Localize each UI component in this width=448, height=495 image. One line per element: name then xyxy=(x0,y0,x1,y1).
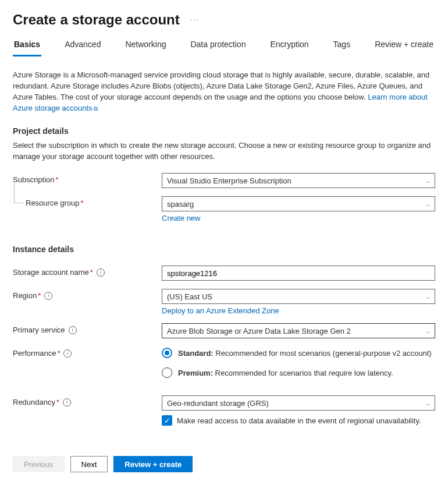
storage-name-input[interactable] xyxy=(162,266,435,281)
info-icon[interactable]: i xyxy=(44,292,52,300)
storage-name-label: Storage account name xyxy=(13,268,89,277)
external-link-icon: ⧉ xyxy=(94,105,98,112)
checkbox-label: Make read access to data available in th… xyxy=(177,416,421,425)
checkmark-icon: ✓ xyxy=(164,416,170,425)
footer-bar: Previous Next Review + create xyxy=(13,449,435,480)
tab-bar: Basics Advanced Networking Data protecti… xyxy=(13,40,435,57)
chevron-down-icon: ⌵ xyxy=(426,294,430,300)
required-indicator: * xyxy=(90,268,93,277)
subscription-label: Subscription xyxy=(13,175,55,184)
required-indicator: * xyxy=(56,175,59,184)
intro-text: Azure Storage is a Microsoft-managed ser… xyxy=(13,70,435,114)
region-label: Region xyxy=(13,291,37,300)
primary-service-label: Primary service xyxy=(13,326,65,334)
tab-data-protection[interactable]: Data protection xyxy=(189,40,247,56)
previous-button: Previous xyxy=(13,456,65,472)
performance-premium-radio[interactable]: Premium: Recommended for scenarios that … xyxy=(162,367,435,378)
resource-group-label: Resource group xyxy=(26,199,80,207)
required-indicator: * xyxy=(81,199,84,207)
chevron-down-icon: ⌵ xyxy=(426,328,430,334)
required-indicator: * xyxy=(57,349,60,358)
tab-advanced[interactable]: Advanced xyxy=(63,40,102,56)
required-indicator: * xyxy=(38,291,41,300)
more-actions-button[interactable]: ··· xyxy=(190,16,200,24)
page-title: Create a storage account xyxy=(13,12,180,28)
read-access-checkbox[interactable]: ✓ xyxy=(162,415,172,426)
chevron-down-icon: ⌵ xyxy=(426,400,430,406)
info-icon[interactable]: i xyxy=(63,349,72,358)
performance-standard-radio[interactable]: Standard: Recommended for most scenarios… xyxy=(162,348,435,358)
info-icon[interactable]: i xyxy=(69,326,77,334)
create-new-link[interactable]: Create new xyxy=(162,214,200,222)
region-dropdown[interactable]: (US) East US ⌵ xyxy=(162,289,435,304)
redundancy-dropdown[interactable]: Geo-redundant storage (GRS) ⌵ xyxy=(162,395,435,411)
tab-encryption[interactable]: Encryption xyxy=(269,40,310,56)
radio-label: Premium: Recommended for scenarios that … xyxy=(178,369,393,377)
chevron-down-icon: ⌵ xyxy=(426,201,430,207)
primary-service-dropdown[interactable]: Azure Blob Storage or Azure Data Lake St… xyxy=(162,323,435,338)
deploy-extended-zone-link[interactable]: Deploy to an Azure Extended Zone xyxy=(162,306,279,315)
info-icon[interactable]: i xyxy=(97,268,105,277)
next-button[interactable]: Next xyxy=(70,456,108,472)
performance-label: Performance xyxy=(13,349,56,358)
chevron-down-icon: ⌵ xyxy=(426,178,430,184)
project-details-heading: Project details xyxy=(13,126,435,136)
resource-group-dropdown[interactable]: spasarg ⌵ xyxy=(162,196,435,211)
tree-indent-line xyxy=(14,183,23,203)
review-create-button[interactable]: Review + create xyxy=(113,456,193,472)
radio-icon xyxy=(162,367,172,378)
tab-networking[interactable]: Networking xyxy=(124,40,167,56)
instance-details-heading: Instance details xyxy=(13,245,435,254)
project-details-desc: Select the subscription in which to crea… xyxy=(13,140,435,162)
tab-tags[interactable]: Tags xyxy=(332,40,352,56)
tab-basics[interactable]: Basics xyxy=(13,40,41,56)
redundancy-label: Redundancy xyxy=(13,398,55,406)
tab-review-create[interactable]: Review + create xyxy=(374,40,435,56)
radio-icon xyxy=(162,348,172,358)
required-indicator: * xyxy=(56,398,59,406)
subscription-dropdown[interactable]: Visual Studio Enterprise Subscription ⌵ xyxy=(162,173,435,188)
radio-label: Standard: Recommended for most scenarios… xyxy=(178,349,432,358)
info-icon[interactable]: i xyxy=(63,398,71,406)
